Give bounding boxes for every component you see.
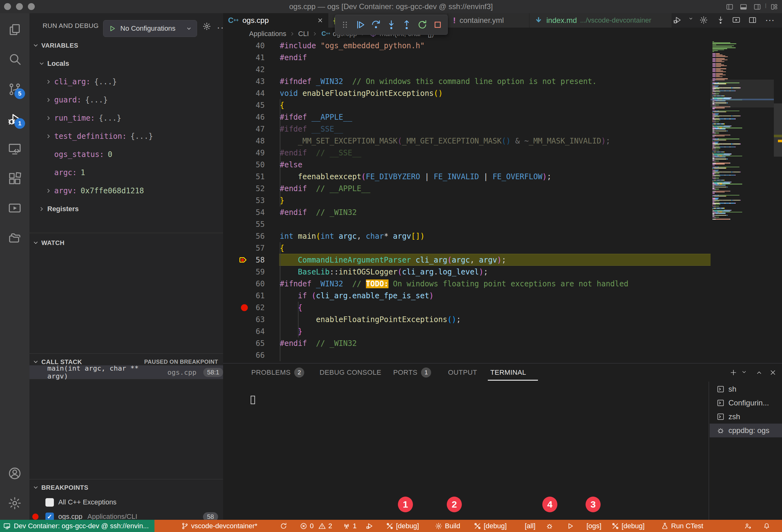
- customize-layout-icon[interactable]: [770, 3, 778, 11]
- step-out-icon[interactable]: [401, 20, 412, 30]
- preview-action-icon[interactable]: [732, 16, 741, 25]
- variable-row[interactable]: test_definition:{...}: [30, 127, 223, 145]
- terminal-list-item[interactable]: cppdbg: ogs: [710, 424, 782, 437]
- debug-toolbar: [335, 15, 448, 35]
- tab-container.yml[interactable]: !container.yml: [448, 13, 530, 28]
- activity-run-and-debug-icon[interactable]: 1: [0, 104, 30, 134]
- activity-accounts-icon[interactable]: [0, 459, 30, 488]
- registers-group[interactable]: Registers: [30, 200, 223, 218]
- status-bar: Dev Container: ogs-gcc-dev @ ssh://envin…: [0, 520, 782, 532]
- code-editor[interactable]: 40#include "ogs_embedded_python.h"41#end…: [223, 40, 782, 363]
- breakpoints-section-header[interactable]: BREAKPOINTS: [30, 482, 223, 493]
- status-debug[interactable]: [debug]: [386, 520, 419, 532]
- toggle-secondary-sidebar-icon[interactable]: [753, 3, 761, 11]
- maximize-panel-icon[interactable]: [755, 368, 763, 377]
- variable-row[interactable]: cli_arg:{...}: [30, 73, 223, 91]
- activity-live-preview-icon[interactable]: [0, 193, 30, 223]
- code-line-51: 51 feenableexcept(FE_DIVBYZERO | FE_INVA…: [223, 171, 782, 183]
- terminal-list-item[interactable]: sh: [710, 382, 782, 396]
- debug-settings-gear-icon[interactable]: [202, 22, 211, 31]
- close-panel-icon[interactable]: [769, 368, 777, 377]
- panel-tab-terminal[interactable]: TERMINAL: [490, 363, 526, 382]
- panel-tab-problems[interactable]: PROBLEMS2: [251, 363, 304, 382]
- activity-remote-explorer-icon[interactable]: [0, 134, 30, 164]
- remote-indicator[interactable]: Dev Container: ogs-gcc-dev @ ssh://envin…: [0, 520, 154, 532]
- status-vscode-devcontainer[interactable]: vscode-devcontainer*: [181, 520, 257, 532]
- code-line-63: 63 enableFloatingPointExceptions();: [223, 314, 782, 325]
- status-play[interactable]: [566, 520, 574, 532]
- stop-icon[interactable]: [432, 20, 443, 30]
- tab-ogs.cpp[interactable]: C++ogs.cpp: [223, 13, 328, 28]
- step-over-icon[interactable]: [370, 20, 381, 30]
- activity-search-icon[interactable]: [0, 45, 30, 74]
- toggle-panel-icon[interactable]: [739, 3, 748, 11]
- status-2[interactable]: 2: [318, 520, 332, 532]
- panel-tab-ports[interactable]: PORTS1: [393, 363, 431, 382]
- chevdown-sm-icon[interactable]: [688, 16, 694, 21]
- status-bug[interactable]: [546, 520, 553, 532]
- variable-row[interactable]: run_time:{...}: [30, 109, 223, 127]
- code-line-49: 49#endif // __SSE__: [223, 147, 782, 159]
- breakpoint-glyph-icon[interactable]: [241, 304, 248, 311]
- window-title: ogs.cpp — ogs [Dev Container: ogs-gcc-de…: [0, 0, 782, 13]
- status-1[interactable]: 1: [343, 520, 357, 532]
- terminal-list-item[interactable]: zsh: [710, 410, 782, 424]
- terminal-dropdown-chevron-icon[interactable]: [741, 368, 748, 375]
- activity-settings-icon[interactable]: [0, 489, 30, 518]
- watch-section-header[interactable]: WATCH: [30, 237, 223, 248]
- status-sync[interactable]: [280, 520, 287, 532]
- breakpoint-checkbox[interactable]: [45, 498, 54, 507]
- debug-configuration-picker[interactable]: No Configurations: [103, 20, 197, 37]
- toggle-sidebar-icon[interactable]: [725, 3, 734, 11]
- step-into-icon[interactable]: [386, 20, 397, 30]
- yml-file-icon: !: [453, 16, 456, 25]
- activity-source-control-icon[interactable]: 5: [0, 75, 30, 104]
- split-editor-icon[interactable]: [748, 16, 757, 25]
- variable-row[interactable]: ogs_status:0: [30, 145, 223, 164]
- terminal-list-item[interactable]: Configurin...: [710, 396, 782, 410]
- variable-row[interactable]: argc:1: [30, 164, 223, 182]
- more-actions-icon[interactable]: ···: [765, 14, 775, 25]
- status-feedback-icon[interactable]: [744, 520, 752, 532]
- code-line-48: 48 _MM_SET_EXCEPTION_MASK(_MM_GET_EXCEPT…: [223, 135, 782, 147]
- new-terminal-icon[interactable]: [730, 368, 738, 377]
- status-debug[interactable]: [debug]: [611, 520, 644, 532]
- close-tab-icon[interactable]: [317, 17, 324, 24]
- code-line-54: 54#endif // _WIN32: [223, 207, 782, 218]
- code-line-57: 57{: [223, 242, 782, 254]
- code-line-41: 41#endif: [223, 52, 782, 64]
- code-line-45: 45{: [223, 99, 782, 111]
- continue-icon[interactable]: [355, 20, 366, 30]
- status-debug-alt[interactable]: [366, 520, 374, 532]
- gear-action-icon[interactable]: [699, 16, 708, 25]
- call-stack-frame[interactable]: main(int argc, char ** argv)ogs.cpp58:1: [30, 365, 223, 379]
- panel-tab-output[interactable]: OUTPUT: [448, 363, 477, 382]
- activity-explorer-icon[interactable]: [0, 15, 30, 44]
- variable-row[interactable]: guard:{...}: [30, 91, 223, 109]
- status-ogs[interactable]: [ogs]: [584, 520, 602, 532]
- locals-group[interactable]: Locals: [30, 55, 223, 73]
- breadcrumb-item[interactable]: Applications: [249, 30, 286, 38]
- code-line-47: 47#ifdef __SSE__: [223, 123, 782, 135]
- install-action-icon[interactable]: [716, 16, 725, 25]
- activity-project-manager-icon[interactable]: [0, 223, 30, 253]
- breakpoint-row[interactable]: All C++ Exceptions: [30, 495, 223, 509]
- variable-row[interactable]: argv:0x7ffe068d1218: [30, 182, 223, 200]
- code-line-52: 52#endif // __APPLE__: [223, 183, 782, 194]
- start-debug-icon[interactable]: [108, 25, 116, 32]
- breadcrumb-item[interactable]: CLI: [298, 30, 309, 38]
- restart-icon[interactable]: [417, 20, 428, 30]
- panel-tab-debug-console[interactable]: DEBUG CONSOLE: [320, 363, 381, 382]
- variables-section-header[interactable]: VARIABLES: [30, 40, 223, 51]
- status-bell-icon[interactable]: [763, 520, 771, 532]
- status-debug[interactable]: [debug]: [474, 520, 507, 532]
- tab-index.md[interactable]: index.md.../vscode-devcontainer: [530, 13, 672, 28]
- debug-session-icon: [716, 426, 725, 434]
- terminal-icon: [716, 413, 725, 421]
- run-or-debug-icon[interactable]: [673, 16, 682, 25]
- status-0[interactable]: 0: [300, 520, 314, 532]
- status-Build[interactable]: Build: [435, 520, 460, 532]
- status-all[interactable]: [all]: [522, 520, 535, 532]
- activity-extensions-icon[interactable]: [0, 164, 30, 193]
- status-RunCTest[interactable]: Run CTest: [661, 520, 703, 532]
